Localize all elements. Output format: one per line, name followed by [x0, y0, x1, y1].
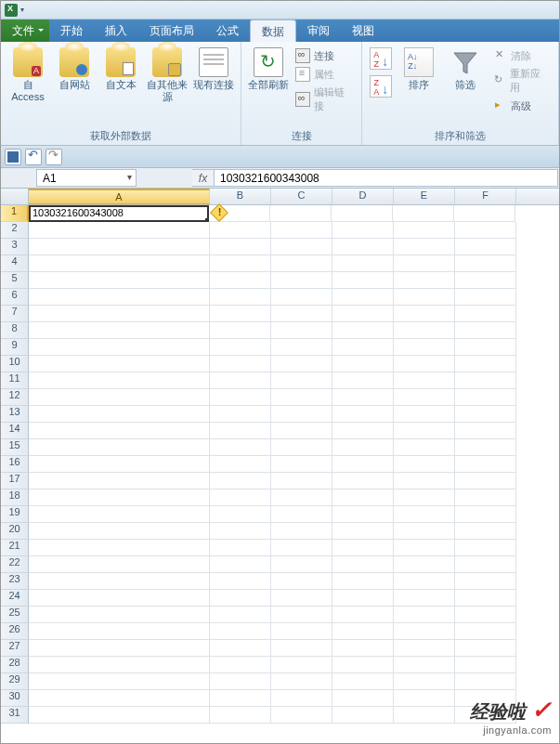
cell[interactable]: [210, 406, 271, 423]
tab-view[interactable]: 视图: [341, 20, 385, 42]
cell[interactable]: [29, 623, 210, 640]
cell[interactable]: [394, 372, 455, 389]
tab-formula[interactable]: 公式: [205, 20, 250, 42]
cell[interactable]: [394, 322, 455, 339]
row-header[interactable]: 30: [1, 690, 29, 707]
row-header[interactable]: 29: [1, 673, 29, 690]
cell[interactable]: [394, 289, 455, 306]
cell[interactable]: [29, 439, 210, 456]
cell[interactable]: [332, 540, 394, 556]
cell[interactable]: [29, 523, 210, 540]
cell[interactable]: [29, 690, 210, 707]
cell[interactable]: [332, 556, 394, 573]
cell[interactable]: [210, 540, 271, 556]
cell[interactable]: [455, 489, 516, 506]
tab-review[interactable]: 审阅: [296, 20, 341, 42]
cell[interactable]: [332, 640, 394, 657]
cell[interactable]: [332, 523, 394, 540]
cell[interactable]: [332, 423, 394, 439]
spreadsheet-grid[interactable]: A B C D E F 1103032160034300823456789101…: [1, 189, 559, 735]
col-header-E[interactable]: E: [394, 189, 455, 204]
cell[interactable]: [210, 239, 271, 255]
from-text-button[interactable]: 自文本: [99, 46, 142, 127]
col-header-B[interactable]: B: [210, 189, 271, 204]
cell[interactable]: [394, 573, 455, 590]
tab-home[interactable]: 开始: [49, 20, 94, 42]
row-header[interactable]: 11: [1, 372, 29, 389]
cell[interactable]: [394, 657, 455, 673]
cell[interactable]: [394, 556, 455, 573]
cell[interactable]: [394, 623, 455, 640]
cell[interactable]: [394, 222, 455, 239]
col-header-D[interactable]: D: [332, 189, 394, 204]
cell[interactable]: [394, 356, 455, 372]
row-header[interactable]: 3: [1, 239, 29, 255]
cell[interactable]: [332, 590, 394, 607]
cell[interactable]: [210, 489, 271, 506]
cell[interactable]: [29, 540, 210, 556]
cell[interactable]: [332, 205, 393, 222]
row-header[interactable]: 6: [1, 289, 29, 306]
cell[interactable]: [332, 255, 394, 272]
cell[interactable]: [210, 456, 271, 473]
tab-layout[interactable]: 页面布局: [138, 20, 205, 42]
tab-file[interactable]: 文件: [1, 20, 49, 42]
cell[interactable]: [210, 372, 271, 389]
cell[interactable]: [394, 707, 455, 724]
cell[interactable]: [210, 306, 271, 322]
cell[interactable]: [271, 640, 332, 657]
cell[interactable]: [271, 255, 332, 272]
cell[interactable]: [271, 690, 332, 707]
cell[interactable]: [332, 573, 394, 590]
cell[interactable]: [29, 255, 210, 272]
cell[interactable]: [29, 640, 210, 657]
cell[interactable]: [271, 473, 332, 489]
row-header[interactable]: 22: [1, 556, 29, 573]
cell[interactable]: [29, 222, 210, 239]
sort-asc-button[interactable]: [368, 47, 394, 73]
cell[interactable]: [29, 657, 210, 673]
cell[interactable]: [455, 423, 516, 439]
cell[interactable]: [394, 640, 455, 657]
row-header[interactable]: 4: [1, 255, 29, 272]
cell[interactable]: [332, 657, 394, 673]
cell[interactable]: [332, 707, 394, 724]
cell[interactable]: [455, 439, 516, 456]
cell[interactable]: [270, 205, 332, 222]
cell[interactable]: [455, 640, 516, 657]
cell[interactable]: [29, 673, 210, 690]
cell[interactable]: [210, 389, 271, 406]
cell[interactable]: [455, 255, 516, 272]
cell[interactable]: [394, 439, 455, 456]
row-header[interactable]: 10: [1, 356, 29, 372]
cell[interactable]: [29, 339, 210, 356]
cell[interactable]: [455, 523, 516, 540]
cell[interactable]: [271, 523, 332, 540]
cell[interactable]: [210, 439, 271, 456]
cell[interactable]: [332, 356, 394, 372]
row-header[interactable]: 25: [1, 607, 29, 623]
cell[interactable]: [271, 389, 332, 406]
cell[interactable]: [271, 707, 332, 724]
cell[interactable]: [210, 272, 271, 289]
cell[interactable]: [455, 607, 516, 623]
row-header[interactable]: 7: [1, 306, 29, 322]
cell[interactable]: [29, 707, 210, 724]
cell[interactable]: [210, 506, 271, 523]
cell[interactable]: [394, 540, 455, 556]
cell[interactable]: [394, 523, 455, 540]
cell[interactable]: [271, 573, 332, 590]
cell[interactable]: [210, 573, 271, 590]
cell[interactable]: [271, 423, 332, 439]
row-header[interactable]: 8: [1, 322, 29, 339]
cell[interactable]: [455, 406, 516, 423]
cell[interactable]: [210, 590, 271, 607]
cell[interactable]: [332, 239, 394, 255]
undo-button[interactable]: [25, 149, 42, 165]
row-header[interactable]: 16: [1, 456, 29, 473]
cell[interactable]: [455, 556, 516, 573]
from-access-button[interactable]: 自 Access: [7, 46, 49, 127]
cell[interactable]: [455, 222, 516, 239]
cell[interactable]: [210, 607, 271, 623]
row-header[interactable]: 20: [1, 523, 29, 540]
